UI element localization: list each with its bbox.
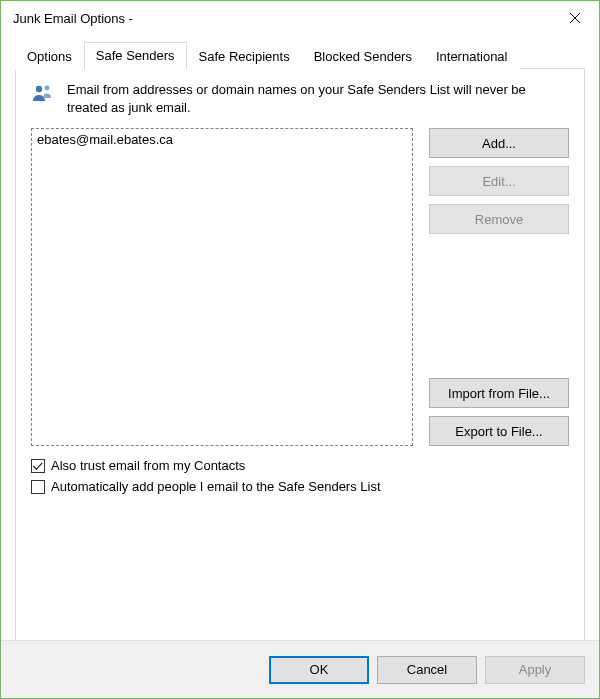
ok-button[interactable]: OK	[269, 656, 369, 684]
trust-contacts-checkbox[interactable]	[31, 459, 45, 473]
side-buttons: Add... Edit... Remove Import from File..…	[429, 128, 569, 446]
svg-point-3	[45, 86, 50, 91]
tab-international[interactable]: International	[424, 43, 520, 70]
auto-add-checkbox[interactable]	[31, 480, 45, 494]
junk-email-options-window: Junk Email Options - Options Safe Sender…	[0, 0, 600, 699]
cancel-button[interactable]: Cancel	[377, 656, 477, 684]
auto-add-row[interactable]: Automatically add people I email to the …	[31, 479, 569, 494]
checkbox-group: Also trust email from my Contacts Automa…	[31, 458, 569, 494]
list-area: ebates@mail.ebates.ca Add... Edit... Rem…	[31, 128, 569, 446]
remove-button[interactable]: Remove	[429, 204, 569, 234]
button-spacer	[429, 242, 569, 370]
tab-options[interactable]: Options	[15, 43, 84, 70]
description-row: Email from addresses or domain names on …	[31, 81, 569, 116]
close-button[interactable]	[555, 3, 595, 33]
import-from-file-button[interactable]: Import from File...	[429, 378, 569, 408]
tab-container: Options Safe Senders Safe Recipients Blo…	[15, 39, 585, 69]
titlebar: Junk Email Options -	[1, 1, 599, 35]
tab-blocked-senders[interactable]: Blocked Senders	[302, 43, 424, 70]
tab-safe-senders[interactable]: Safe Senders	[84, 42, 187, 70]
export-to-file-button[interactable]: Export to File...	[429, 416, 569, 446]
tab-safe-recipients[interactable]: Safe Recipients	[187, 43, 302, 70]
trust-contacts-label: Also trust email from my Contacts	[51, 458, 245, 473]
auto-add-label: Automatically add people I email to the …	[51, 479, 381, 494]
window-title: Junk Email Options -	[13, 11, 133, 26]
list-item[interactable]: ebates@mail.ebates.ca	[36, 131, 408, 148]
svg-point-2	[36, 86, 42, 92]
close-icon	[569, 12, 581, 24]
tab-panel-safe-senders: Email from addresses or domain names on …	[15, 68, 585, 641]
description-text: Email from addresses or domain names on …	[67, 81, 569, 116]
tab-strip: Options Safe Senders Safe Recipients Blo…	[15, 39, 585, 69]
apply-button[interactable]: Apply	[485, 656, 585, 684]
people-icon	[31, 81, 57, 107]
edit-button[interactable]: Edit...	[429, 166, 569, 196]
trust-contacts-row[interactable]: Also trust email from my Contacts	[31, 458, 569, 473]
dialog-footer: OK Cancel Apply	[1, 640, 599, 698]
safe-senders-listbox[interactable]: ebates@mail.ebates.ca	[31, 128, 413, 446]
add-button[interactable]: Add...	[429, 128, 569, 158]
